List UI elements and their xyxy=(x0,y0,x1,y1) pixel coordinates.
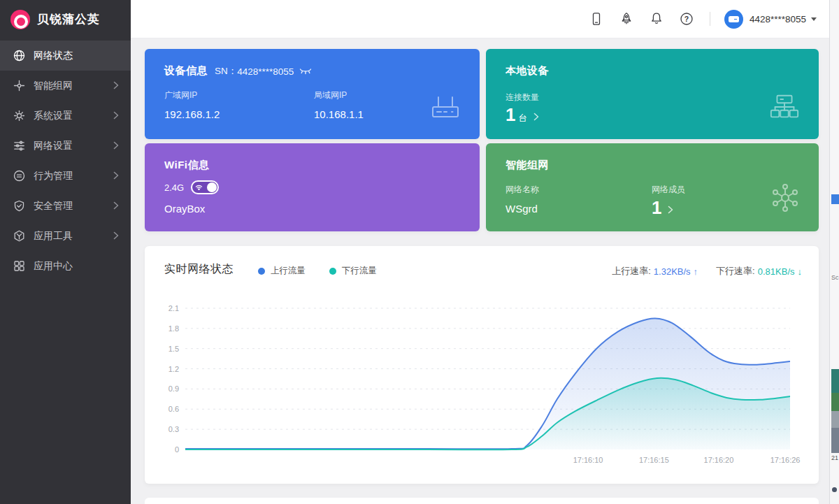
sidebar-item-label: 网络状态 xyxy=(34,50,73,62)
legend-download[interactable]: 下行流量 xyxy=(329,265,377,277)
toggle-knob xyxy=(207,182,217,192)
mobile-icon[interactable] xyxy=(589,12,603,26)
connection-count-label: 连接数量 xyxy=(505,92,539,103)
chevron-right-icon xyxy=(113,201,119,212)
wifi-info-title: WiFi信息 xyxy=(164,159,210,172)
chevron-right-icon xyxy=(113,231,119,242)
wifi-toggle[interactable] xyxy=(191,180,219,194)
download-rate-value: 0.81KB/s xyxy=(758,266,795,277)
window-edge-artifact xyxy=(832,487,837,492)
apps-grid-icon xyxy=(13,260,25,272)
connection-count-value: 1 xyxy=(505,104,515,126)
smart-network-icon xyxy=(13,80,25,92)
router-dashboard: 贝锐蒲公英 网络状态智能组网系统设置网络设置行为管理安全管理应用工具应用中心 ?… xyxy=(0,0,839,504)
wifi-band-row: 2.4G xyxy=(164,180,219,194)
window-edge-artifact xyxy=(831,428,839,453)
svg-text:17:16:26: 17:16:26 xyxy=(770,456,801,464)
rocket-icon[interactable] xyxy=(619,12,633,26)
help-icon[interactable]: ? xyxy=(680,12,694,26)
molecule-network-icon xyxy=(770,182,801,216)
svg-text:0.3: 0.3 xyxy=(168,425,179,433)
sidebar-item-label: 系统设置 xyxy=(34,110,73,122)
upload-rate-value: 1.32KB/s xyxy=(654,266,691,277)
network-members-value: 1 xyxy=(652,197,661,219)
connection-count-link[interactable]: 1 台 xyxy=(505,104,539,126)
account-menu[interactable]: 4428****8055 xyxy=(724,10,817,29)
chevron-right-icon xyxy=(113,171,119,182)
network-name-label: 网络名称 xyxy=(505,184,539,196)
sidebar-item-label: 应用中心 xyxy=(34,260,73,273)
eye-closed-icon[interactable] xyxy=(299,66,312,76)
svg-text:17:16:10: 17:16:10 xyxy=(573,456,603,464)
sidebar-item-7[interactable]: 应用中心 xyxy=(0,251,131,281)
chevron-right-icon xyxy=(664,197,673,219)
oray-logo-icon xyxy=(10,10,30,29)
sidebar: 贝锐蒲公英 网络状态智能组网系统设置网络设置行为管理安全管理应用工具应用中心 xyxy=(0,0,131,504)
window-edge-artifact xyxy=(831,393,839,411)
network-members-label: 网络成员 xyxy=(652,184,685,196)
svg-text:?: ? xyxy=(684,15,689,23)
brand-logo[interactable]: 贝锐蒲公英 xyxy=(0,0,131,38)
sidebar-item-4[interactable]: 行为管理 xyxy=(0,161,131,191)
sidebar-item-label: 智能组网 xyxy=(34,80,73,92)
sidebar-item-1[interactable]: 智能组网 xyxy=(0,71,131,101)
device-info-title: 设备信息 xyxy=(164,64,208,78)
sidebar-item-2[interactable]: 系统设置 xyxy=(0,101,131,131)
bell-icon[interactable] xyxy=(650,12,664,26)
gear-icon xyxy=(13,110,25,122)
tools-icon xyxy=(13,230,25,242)
realtime-network-card: 实时网络状态 上行流量 下行流量 上行速率: 1.32KB/s ↑ 下行速率: … xyxy=(145,246,819,484)
svg-text:0.9: 0.9 xyxy=(168,384,179,393)
window-edge-artifact xyxy=(831,411,839,428)
sidebar-item-label: 网络设置 xyxy=(34,140,73,152)
sidebar-item-6[interactable]: 应用工具 xyxy=(0,221,131,251)
local-devices-card: 本地设备 连接数量 1 台 xyxy=(486,49,819,139)
sidebar-item-label: 应用工具 xyxy=(34,230,73,243)
legend-upload[interactable]: 上行流量 xyxy=(258,265,306,277)
svg-text:1.5: 1.5 xyxy=(168,345,179,353)
svg-text:1.8: 1.8 xyxy=(168,324,179,333)
account-number: 4428****8055 xyxy=(750,14,806,24)
router-icon xyxy=(429,96,461,124)
chevron-right-icon xyxy=(530,104,539,126)
lan-ip-value: 10.168.1.1 xyxy=(314,108,364,120)
sidebar-menu: 网络状态智能组网系统设置网络设置行为管理安全管理应用工具应用中心 xyxy=(0,41,131,281)
sliders-icon xyxy=(13,140,25,152)
edge-text-fragment: Sc xyxy=(831,274,839,281)
chevron-right-icon xyxy=(113,80,119,92)
network-members-link[interactable]: 1 xyxy=(652,197,673,219)
sidebar-item-0[interactable]: 网络状态 xyxy=(0,41,131,71)
sidebar-item-3[interactable]: 网络设置 xyxy=(0,131,131,161)
network-name-value: WSgrd xyxy=(505,203,538,215)
wifi-band-label: 2.4G xyxy=(164,182,184,193)
svg-text:2.1: 2.1 xyxy=(168,304,179,312)
traffic-chart: 00.30.60.91.21.51.82.117:16:1017:16:1517… xyxy=(145,288,819,477)
wifi-icon xyxy=(195,184,203,191)
upload-rate: 上行速率: 1.32KB/s ↑ xyxy=(612,265,698,278)
behavior-icon xyxy=(13,170,25,182)
upload-dot-icon xyxy=(258,268,265,275)
legend-download-label: 下行流量 xyxy=(342,265,377,277)
svg-text:0.6: 0.6 xyxy=(168,405,179,413)
chevron-down-icon xyxy=(811,17,817,21)
local-devices-title: 本地设备 xyxy=(505,64,549,78)
lan-ip-label: 局域网IP xyxy=(314,89,347,101)
wifi-ssid: OrayBox xyxy=(164,203,205,215)
chart-legend: 上行流量 下行流量 xyxy=(258,265,377,277)
network-topology-icon xyxy=(768,93,801,124)
edge-text-fragment: 21 xyxy=(831,454,839,461)
up-arrow-icon: ↑ xyxy=(694,266,698,277)
connection-count-unit: 台 xyxy=(518,113,527,124)
wan-ip-value: 192.168.1.2 xyxy=(164,108,220,120)
svg-text:0: 0 xyxy=(175,445,179,454)
svg-text:17:16:15: 17:16:15 xyxy=(639,456,669,464)
next-section-card-partial xyxy=(145,498,819,504)
chart-title: 实时网络状态 xyxy=(164,262,234,277)
upload-rate-label: 上行速率: xyxy=(612,265,651,278)
sidebar-item-5[interactable]: 安全管理 xyxy=(0,191,131,221)
download-rate: 下行速率: 0.81KB/s ↓ xyxy=(716,265,802,278)
header-divider xyxy=(710,12,710,26)
wan-ip-label: 广域网IP xyxy=(164,89,197,101)
top-header: ? 4428****8055 xyxy=(131,0,839,38)
sidebar-item-label: 行为管理 xyxy=(34,170,73,182)
